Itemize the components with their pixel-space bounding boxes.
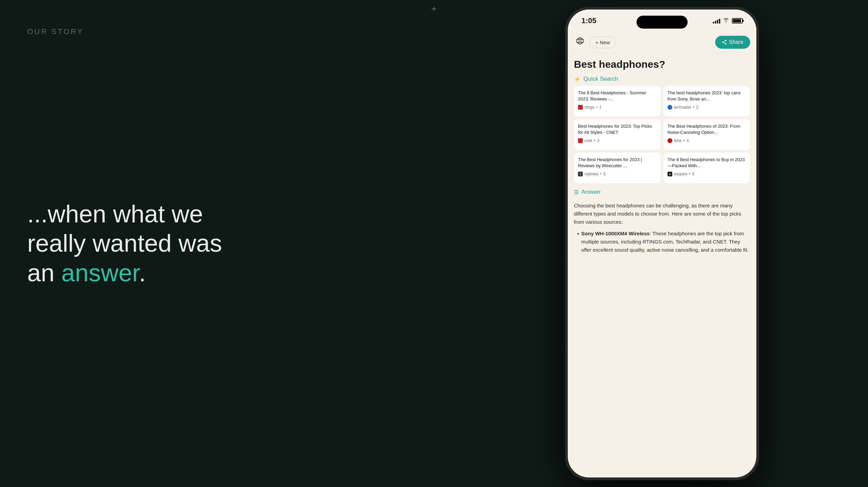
- result-title-5: The Best Headphones for 2023 | Reviews b…: [578, 157, 657, 169]
- signal-icon: [713, 18, 720, 23]
- results-grid: The 8 Best Headphones - Summer 2023: Rev…: [568, 86, 756, 187]
- result-card-1[interactable]: The 8 Best Headphones - Summer 2023: Rev…: [574, 86, 661, 116]
- svg-line-4: [724, 41, 725, 42]
- result-card-5[interactable]: The Best Headphones for 2023 | Reviews b…: [574, 153, 661, 183]
- source-number-6: 6: [692, 172, 695, 176]
- answer-icon: ☰: [574, 189, 579, 195]
- result-source-6: e esquire • 6: [668, 172, 746, 176]
- svg-point-3: [722, 42, 724, 43]
- tagline-answer: answer: [61, 259, 139, 286]
- phone-mockup: 1:05: [565, 7, 759, 480]
- answer-section-title: Answer: [581, 189, 601, 195]
- share-button[interactable]: Share: [715, 36, 750, 49]
- quick-search-title: Quick Search: [583, 76, 618, 82]
- result-source-3: cnet • 3: [578, 138, 657, 143]
- query-title: Best headphones?: [568, 53, 756, 74]
- result-source-5: t nytimes • 5: [578, 172, 657, 176]
- source-number-3: 3: [597, 138, 599, 143]
- result-title-6: The 8 Best Headphones to Buy in 2023—Pac…: [668, 157, 746, 169]
- status-bar: 1:05: [568, 10, 756, 32]
- source-number-5: 5: [604, 172, 606, 176]
- answer-section: Choosing the best headphones can be chal…: [568, 199, 756, 260]
- source-name-1: rtings: [584, 105, 594, 110]
- wifi-icon: [723, 18, 729, 24]
- favicon-techradar: [668, 105, 672, 110]
- favicon-nytimes: t: [578, 172, 583, 176]
- svg-point-1: [725, 40, 726, 42]
- phone-frame: 1:05: [565, 7, 759, 480]
- perplexity-logo-icon: [574, 36, 586, 48]
- answer-item-bold-1: Sony WH-1000XM4 Wireless: [581, 231, 650, 236]
- tagline: ...when what we really wanted was an ans…: [27, 199, 231, 287]
- favicon-time: [668, 138, 672, 143]
- result-title-2: The best headphones 2023: top cans from …: [668, 90, 746, 102]
- share-label: Share: [729, 39, 743, 45]
- phone-screen: 1:05: [568, 10, 756, 477]
- source-number-2: 2: [696, 105, 698, 110]
- app-header: + New Share: [568, 32, 756, 53]
- result-card-6[interactable]: The 8 Best Headphones to Buy in 2023—Pac…: [663, 153, 750, 183]
- battery-icon: [732, 18, 743, 23]
- result-source-1: rtings • 1: [578, 105, 657, 110]
- header-left: + New: [574, 36, 616, 48]
- source-name-5: nytimes: [584, 172, 598, 176]
- source-name-2: techradar: [674, 105, 691, 110]
- answer-list: • Sony WH-1000XM4 Wireless: These headph…: [574, 230, 750, 254]
- source-name-4: time: [674, 138, 682, 143]
- result-card-2[interactable]: The best headphones 2023: top cans from …: [663, 86, 750, 116]
- screen-content: + New Share Best headphone: [568, 32, 756, 477]
- answer-item-text-1: Sony WH-1000XM4 Wireless: These headphon…: [581, 230, 750, 254]
- answer-intro: Choosing the best headphones can be chal…: [574, 202, 750, 226]
- quick-search-icon: ⚡: [574, 76, 581, 82]
- source-num-1: •: [596, 105, 597, 110]
- answer-section-header: ☰ Answer: [568, 187, 756, 199]
- our-story-label: OUR STORY: [27, 27, 84, 36]
- result-title-3: Best Headphones for 2023: Top Picks for …: [578, 123, 657, 136]
- answer-list-item-1: • Sony WH-1000XM4 Wireless: These headph…: [577, 230, 750, 254]
- dynamic-island: [637, 16, 688, 29]
- status-icons: [713, 18, 746, 24]
- favicon-cnet: [578, 138, 583, 143]
- result-title-4: The Best Headphones of 2023: From Noise-…: [668, 123, 746, 136]
- favicon-rtings: [578, 105, 583, 110]
- result-card-4[interactable]: The Best Headphones of 2023: From Noise-…: [663, 119, 750, 150]
- bullet-icon: •: [577, 230, 579, 238]
- result-card-3[interactable]: Best Headphones for 2023: Top Picks for …: [574, 119, 661, 150]
- source-number-1: 1: [599, 105, 602, 110]
- svg-point-2: [725, 43, 726, 45]
- source-name-3: cnet: [584, 138, 592, 143]
- tagline-end: .: [139, 259, 146, 286]
- new-button[interactable]: + New: [590, 36, 616, 48]
- favicon-esquire: e: [668, 172, 672, 176]
- source-name-6: esquire: [674, 172, 687, 176]
- svg-line-5: [724, 43, 725, 44]
- source-number-4: 4: [687, 138, 689, 143]
- quick-search-header: ⚡ Quick Search: [568, 74, 756, 86]
- status-time: 1:05: [578, 16, 596, 25]
- top-dot: +: [431, 3, 437, 14]
- result-source-2: techradar • 2: [668, 105, 746, 110]
- result-title-1: The 8 Best Headphones - Summer 2023: Rev…: [578, 90, 657, 102]
- share-icon: [722, 40, 727, 45]
- result-source-4: time • 4: [668, 138, 746, 143]
